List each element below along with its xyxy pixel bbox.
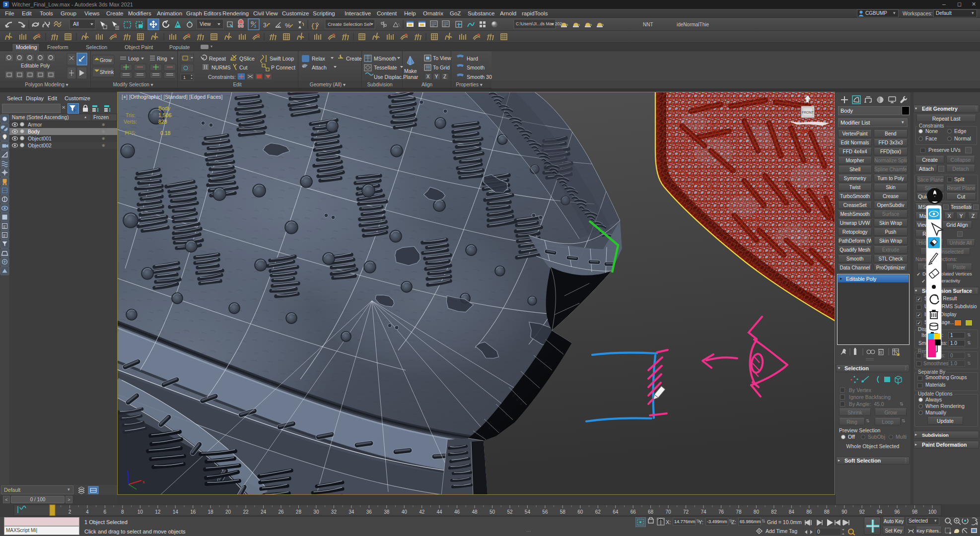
svg-text:Y: Y (435, 74, 438, 79)
svg-text:3: 3 (254, 24, 256, 29)
svg-text:34: 34 (349, 509, 354, 515)
svg-text:Body: Body (158, 105, 171, 111)
svg-text:{}: {} (311, 22, 319, 30)
svg-text:%: % (285, 22, 291, 29)
svg-text:14: 14 (173, 509, 179, 515)
svg-text:56: 56 (542, 509, 548, 515)
svg-text:50: 50 (490, 509, 495, 515)
svg-text:10: 10 (138, 509, 143, 515)
svg-text:96: 96 (895, 509, 901, 515)
svg-text:Grow: Grow (100, 58, 112, 63)
svg-text:28: 28 (296, 509, 302, 515)
svg-text:98: 98 (912, 509, 918, 515)
svg-text:36: 36 (366, 509, 372, 515)
svg-text:4: 4 (86, 509, 89, 515)
svg-text:54: 54 (525, 509, 531, 515)
svg-text:24: 24 (261, 509, 267, 515)
svg-text:Attach: Attach (312, 65, 327, 70)
svg-text:48: 48 (472, 509, 478, 515)
svg-text:View: View (200, 21, 211, 27)
svg-text:F: F (3, 233, 6, 238)
svg-text:QSlice: QSlice (239, 56, 255, 62)
svg-text:80: 80 (754, 509, 760, 515)
svg-text:Loop: Loop (128, 56, 140, 62)
svg-text:62: 62 (595, 509, 601, 515)
svg-text:Make: Make (404, 68, 417, 74)
svg-text:68: 68 (648, 509, 654, 515)
svg-text:12: 12 (155, 509, 161, 515)
svg-text:82: 82 (771, 509, 777, 515)
svg-text:94: 94 (877, 509, 883, 515)
svg-text:FRONT: FRONT (802, 111, 814, 114)
svg-text:70: 70 (666, 509, 672, 515)
svg-text:NURMS: NURMS (211, 65, 231, 70)
svg-text:Smooth: Smooth (467, 65, 485, 70)
svg-text:Ring: Ring (157, 56, 167, 62)
svg-text:100: 100 (928, 509, 937, 515)
svg-text:16: 16 (190, 509, 196, 515)
svg-text:C:\Users\JI...ds Max 202:: C:\Users\JI...ds Max 202: (516, 21, 563, 26)
svg-text:86: 86 (806, 509, 812, 515)
svg-text:Shrink: Shrink (100, 69, 114, 75)
svg-text:1,506: 1,506 (158, 112, 171, 118)
svg-text:52: 52 (507, 509, 513, 515)
svg-text:46: 46 (454, 509, 460, 515)
svg-text:Tessellate: Tessellate (374, 65, 397, 70)
svg-text:66: 66 (630, 509, 636, 515)
svg-text:38: 38 (384, 509, 390, 515)
svg-text:64: 64 (613, 509, 619, 515)
svg-text:FPS:: FPS: (125, 130, 136, 136)
svg-text:30: 30 (313, 509, 319, 515)
svg-text:90: 90 (841, 509, 847, 515)
svg-text:Create: Create (346, 56, 362, 62)
svg-text:74: 74 (700, 509, 706, 515)
svg-text:ideNormalThie: ideNormalThie (677, 22, 709, 27)
svg-text:Planar: Planar (403, 74, 419, 80)
svg-text:Cut: Cut (239, 65, 247, 70)
svg-text:32: 32 (331, 509, 337, 515)
svg-text:Hard: Hard (467, 56, 478, 62)
svg-text:Smooth 30: Smooth 30 (467, 74, 492, 80)
svg-text:Constraints:: Constraints: (208, 74, 236, 80)
svg-text:Swift Loop: Swift Loop (270, 56, 294, 62)
svg-text:Editable Poly: Editable Poly (21, 63, 50, 68)
svg-text:[+] [Orthographic] [Standard]: [+] [Orthographic] [Standard] [Edged Fac… (122, 94, 223, 100)
svg-text:0.18: 0.18 (160, 130, 171, 136)
svg-text:22: 22 (243, 509, 249, 515)
svg-text:42: 42 (419, 509, 425, 515)
svg-text:NNT: NNT (643, 22, 653, 27)
svg-text:26: 26 (278, 509, 284, 515)
svg-text:Relax: Relax (312, 56, 326, 62)
svg-text:88: 88 (824, 509, 830, 515)
svg-text:40: 40 (402, 509, 408, 515)
svg-text:MSmooth: MSmooth (374, 56, 396, 62)
svg-text:X: X (426, 74, 430, 79)
svg-text:20: 20 (225, 509, 231, 515)
svg-text:6: 6 (104, 509, 107, 515)
svg-text:18: 18 (208, 509, 214, 515)
svg-text:To Grid: To Grid (433, 65, 450, 70)
svg-text:Tris:: Tris: (126, 112, 136, 118)
svg-text:3: 3 (263, 22, 267, 29)
svg-text:P Connect: P Connect (271, 65, 295, 70)
svg-text:0: 0 (817, 529, 820, 535)
svg-text:84: 84 (789, 509, 795, 515)
svg-text:Use Displac...: Use Displac... (374, 74, 406, 80)
svg-text:44: 44 (437, 509, 443, 515)
svg-text:All: All (73, 21, 79, 27)
svg-text:Create Selection Sel: Create Selection Sel (328, 21, 371, 27)
svg-text:Verts:: Verts: (124, 119, 137, 125)
svg-text:78: 78 (736, 509, 742, 515)
svg-text:8: 8 (121, 509, 124, 515)
svg-text:E: E (3, 224, 6, 229)
svg-text:828: 828 (158, 119, 167, 125)
svg-text:To View: To View (433, 55, 451, 61)
svg-text:58: 58 (560, 509, 566, 515)
svg-text:Repeat: Repeat (209, 56, 226, 62)
svg-text:x: x (142, 479, 145, 484)
svg-text:60: 60 (577, 509, 583, 515)
svg-text:92: 92 (859, 509, 865, 515)
svg-text:Z: Z (443, 74, 446, 79)
svg-text:1: 1 (183, 75, 186, 80)
svg-text:72: 72 (683, 509, 689, 515)
